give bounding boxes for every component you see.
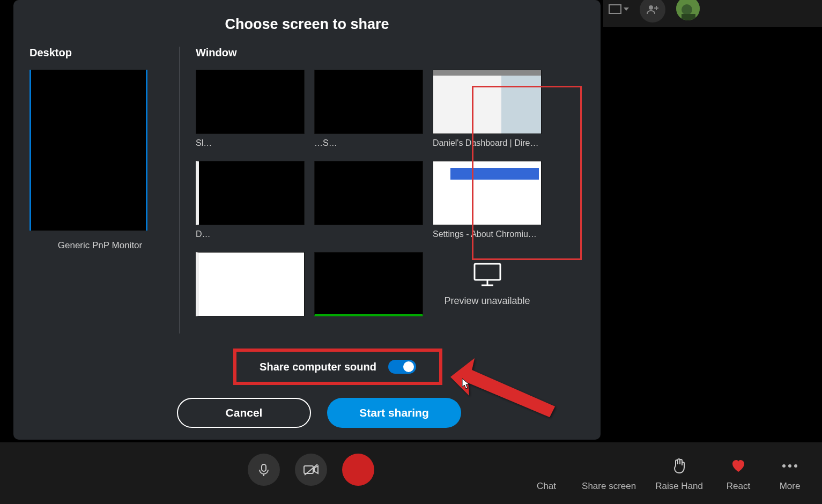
view-mode-button[interactable]: [609, 0, 629, 14]
window-item[interactable]: …S…: [314, 70, 423, 151]
svg-point-6: [682, 4, 692, 15]
dialog-title: Choose screen to share: [29, 16, 584, 33]
share-sound-label: Share computer sound: [260, 361, 376, 373]
window-item[interactable]: [196, 252, 305, 333]
add-people-button[interactable]: [640, 0, 665, 23]
chat-button[interactable]: Chat: [530, 455, 562, 492]
cursor-icon: [462, 379, 470, 389]
more-label: More: [780, 481, 801, 492]
window-header: Window: [196, 47, 584, 59]
raise-hand-label: Raise Hand: [655, 481, 703, 492]
react-button[interactable]: React: [722, 455, 754, 492]
svg-rect-0: [609, 5, 621, 13]
desktop-label: Generic PnP Monitor: [29, 240, 171, 251]
desktop-thumbnail[interactable]: [29, 70, 147, 231]
desktop-section: Desktop Generic PnP Monitor: [29, 47, 180, 333]
window-label: [314, 229, 423, 242]
window-item[interactable]: D…: [196, 161, 305, 242]
raise-hand-button[interactable]: Raise Hand: [655, 455, 703, 492]
window-section: Window Sl… …S… Daniel's Dashboard | Dire…: [180, 47, 584, 333]
mute-button[interactable]: [248, 454, 280, 486]
window-item[interactable]: Settings - About Chromiu…: [433, 161, 542, 242]
avatar[interactable]: [676, 0, 700, 20]
call-header: [603, 0, 822, 27]
svg-rect-11: [262, 464, 266, 471]
share-screen-label: Share screen: [582, 481, 636, 492]
window-item[interactable]: Daniel's Dashboard | Direct…: [433, 70, 542, 151]
window-label: Daniel's Dashboard | Direct…: [433, 138, 542, 151]
annotation-highlight-icon: Share computer sound: [233, 349, 442, 385]
window-item-preview-unavailable[interactable]: Preview unavailable: [433, 252, 542, 333]
chat-label: Chat: [537, 481, 556, 492]
more-button[interactable]: More: [774, 455, 806, 492]
window-item[interactable]: [314, 252, 423, 333]
video-button[interactable]: [295, 454, 327, 486]
cancel-button[interactable]: Cancel: [177, 398, 311, 428]
svg-point-8: [782, 464, 786, 468]
window-label: Settings - About Chromiu…: [433, 229, 542, 242]
share-sound-toggle[interactable]: [388, 360, 416, 374]
share-screen-button[interactable]: Share screen: [582, 455, 636, 492]
call-toolbar: Chat Share screen Raise Hand React More: [0, 442, 822, 504]
end-call-button[interactable]: [342, 454, 374, 486]
svg-rect-7: [682, 14, 695, 20]
window-item[interactable]: [314, 161, 423, 242]
start-sharing-button[interactable]: Start sharing: [327, 398, 461, 428]
preview-unavailable-label: Preview unavailable: [444, 295, 530, 307]
svg-point-10: [794, 464, 797, 468]
svg-marker-1: [624, 8, 629, 11]
desktop-header: Desktop: [29, 47, 171, 59]
svg-point-9: [788, 464, 791, 468]
window-label: Sl…: [196, 138, 305, 151]
window-label: D…: [196, 229, 305, 242]
react-label: React: [727, 481, 750, 492]
window-label: [196, 321, 305, 333]
svg-marker-19: [462, 379, 469, 389]
window-label: [314, 321, 423, 333]
svg-rect-15: [475, 264, 500, 280]
window-label: …S…: [314, 138, 423, 151]
svg-point-2: [649, 5, 653, 10]
window-item[interactable]: Sl…: [196, 70, 305, 151]
monitor-icon: [473, 262, 502, 287]
share-screen-dialog: Choose screen to share Desktop Generic P…: [13, 0, 601, 440]
